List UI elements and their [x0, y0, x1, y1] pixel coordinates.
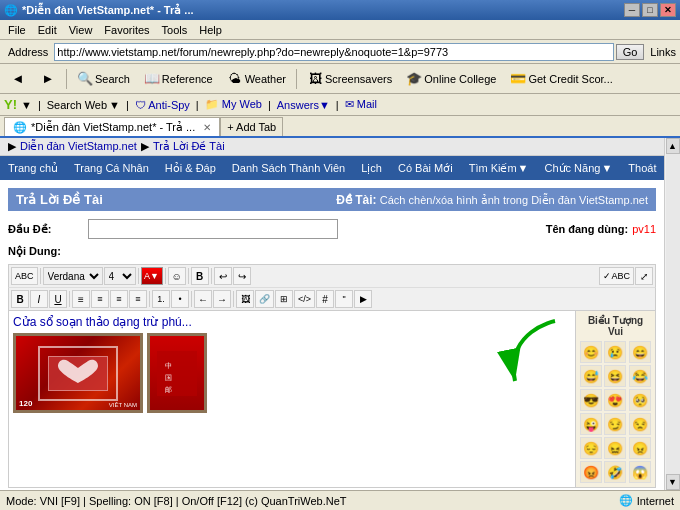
emoji-14[interactable]: 😖: [604, 437, 626, 459]
emoji-3[interactable]: 😄: [629, 341, 651, 363]
menu-view[interactable]: View: [63, 22, 99, 38]
address-input[interactable]: [54, 43, 613, 61]
content-row: Nội Dung:: [8, 245, 656, 258]
align-left-button[interactable]: ≡: [72, 290, 90, 308]
nav-thoat[interactable]: Thoát: [620, 158, 664, 178]
align-right-button[interactable]: ≡: [110, 290, 128, 308]
credit-score-button[interactable]: 💳 Get Credit Scor...: [504, 66, 618, 92]
screensavers-button[interactable]: 🖼 Screensavers: [301, 66, 398, 92]
font-family-select[interactable]: Verdana: [43, 267, 103, 285]
smiley-button[interactable]: ☺: [168, 267, 186, 285]
active-tab[interactable]: 🌐 *Diễn đàn VietStamp.net* - Trả ... ✕: [4, 117, 220, 136]
tab-close-button[interactable]: ✕: [203, 122, 211, 133]
close-button[interactable]: ✕: [660, 3, 676, 17]
code-button[interactable]: </>: [294, 290, 315, 308]
breadcrumb-link-2[interactable]: Trả Lời Đề Tài: [153, 140, 225, 153]
weather-button[interactable]: 🌤 Weather: [221, 66, 292, 92]
menu-edit[interactable]: Edit: [32, 22, 63, 38]
font-color-button[interactable]: A▼: [141, 267, 163, 285]
emoji-6[interactable]: 😂: [629, 365, 651, 387]
ed-sep-2: [138, 268, 139, 284]
internet-icon: 🌐: [619, 494, 633, 507]
indent-more-button[interactable]: →: [213, 290, 231, 308]
editor-content[interactable]: Cửa sổ soạn thảo dạng trừ phú...: [9, 311, 575, 421]
nav-danh-sach[interactable]: Danh Sách Thành Viên: [224, 158, 353, 178]
bold-button[interactable]: B: [191, 267, 209, 285]
nav-lich[interactable]: Lịch: [353, 158, 390, 179]
menu-help[interactable]: Help: [193, 22, 228, 38]
menu-favorites[interactable]: Favorites: [98, 22, 155, 38]
undo-button[interactable]: ↩: [214, 267, 232, 285]
emoji-11[interactable]: 😏: [604, 413, 626, 435]
font-size-select[interactable]: 4: [104, 267, 136, 285]
yahoo-logo: Y!: [4, 97, 17, 112]
emoji-12[interactable]: 😒: [629, 413, 651, 435]
forward-icon: ►: [40, 71, 56, 87]
mail-link[interactable]: ✉ Mail: [345, 98, 377, 111]
media-button[interactable]: ▶: [354, 290, 372, 308]
menu-file[interactable]: File: [2, 22, 32, 38]
expand-button[interactable]: ⤢: [635, 267, 653, 285]
emoji-1[interactable]: 😊: [580, 341, 602, 363]
emoji-9[interactable]: 🥺: [629, 389, 651, 411]
vertical-scrollbar[interactable]: ▲ ▼: [664, 138, 680, 490]
subject-input[interactable]: [88, 219, 338, 239]
nav-trang-ca-nhan[interactable]: Trang Cá Nhân: [66, 158, 157, 178]
emoji-7[interactable]: 😎: [580, 389, 602, 411]
indent-less-button[interactable]: ←: [194, 290, 212, 308]
back-button[interactable]: ◄: [4, 66, 32, 92]
quote-button[interactable]: ": [335, 290, 353, 308]
status-bar: Mode: VNI [F9] | Spelling: ON [F8] | On/…: [0, 490, 680, 510]
window-icon: 🌐: [4, 4, 18, 17]
online-college-button[interactable]: 🎓 Online College: [400, 66, 502, 92]
redo-button[interactable]: ↪: [233, 267, 251, 285]
spellcheck-button[interactable]: ✓ABC: [599, 267, 634, 285]
nav-hoi-dap[interactable]: Hỏi & Đáp: [157, 158, 224, 179]
answers-dropdown[interactable]: Answers▼: [277, 99, 330, 111]
menu-tools[interactable]: Tools: [156, 22, 194, 38]
scroll-down-button[interactable]: ▼: [666, 474, 680, 490]
align-center-button[interactable]: ≡: [91, 290, 109, 308]
emoji-10[interactable]: 😜: [580, 413, 602, 435]
ul-button[interactable]: •: [171, 290, 189, 308]
underline-button[interactable]: U: [49, 290, 67, 308]
search-web-dropdown[interactable]: Search Web ▼: [47, 99, 120, 111]
maximize-button[interactable]: □: [642, 3, 658, 17]
link-button[interactable]: 🔗: [255, 290, 274, 308]
stamp-2-design: 中 国 邮: [157, 351, 197, 396]
my-web-link[interactable]: 📁 My Web: [205, 98, 262, 111]
emoji-8[interactable]: 😍: [604, 389, 626, 411]
emoji-15[interactable]: 😠: [629, 437, 651, 459]
hash-button[interactable]: #: [316, 290, 334, 308]
align-justify-button[interactable]: ≡: [129, 290, 147, 308]
add-tab-button[interactable]: + Add Tab: [220, 117, 283, 136]
ol-button[interactable]: 1.: [152, 290, 170, 308]
emoji-13[interactable]: 😔: [580, 437, 602, 459]
bold-button-2[interactable]: B: [11, 290, 29, 308]
emoji-2[interactable]: 😢: [604, 341, 626, 363]
forward-button[interactable]: ►: [34, 66, 62, 92]
emoji-18[interactable]: 😱: [629, 461, 651, 483]
emoji-4[interactable]: 😅: [580, 365, 602, 387]
mail-icon: ✉: [345, 98, 354, 110]
emoji-16[interactable]: 😡: [580, 461, 602, 483]
image-button[interactable]: 🖼: [236, 290, 254, 308]
nav-trang-chu[interactable]: Trang chủ: [0, 158, 66, 179]
nav-chuc-nang[interactable]: Chức Năng ▼: [537, 158, 621, 179]
emoji-17[interactable]: 🤣: [604, 461, 626, 483]
emoji-5[interactable]: 😆: [604, 365, 626, 387]
table-button[interactable]: ⊞: [275, 290, 293, 308]
anti-spy-link[interactable]: 🛡 Anti-Spy: [135, 99, 190, 111]
dropdown-arrow-yahoo[interactable]: ▼: [21, 99, 32, 111]
minimize-button[interactable]: ─: [624, 3, 640, 17]
scroll-up-button[interactable]: ▲: [666, 138, 680, 154]
nav-co-bai-moi[interactable]: Có Bài Mới: [390, 158, 461, 179]
editor-spell-button[interactable]: ABC: [11, 267, 38, 285]
search-button[interactable]: 🔍 Search: [71, 66, 136, 92]
breadcrumb-link-1[interactable]: Diễn đàn VietStamp.net: [20, 140, 137, 153]
nav-tim-kiem[interactable]: Tìm Kiếm ▼: [461, 158, 537, 179]
editor-wrapper: Cửa sổ soạn thảo dạng trừ phú...: [8, 310, 656, 488]
go-button[interactable]: Go: [616, 44, 645, 60]
reference-button[interactable]: 📖 Reference: [138, 66, 219, 92]
italic-button[interactable]: I: [30, 290, 48, 308]
